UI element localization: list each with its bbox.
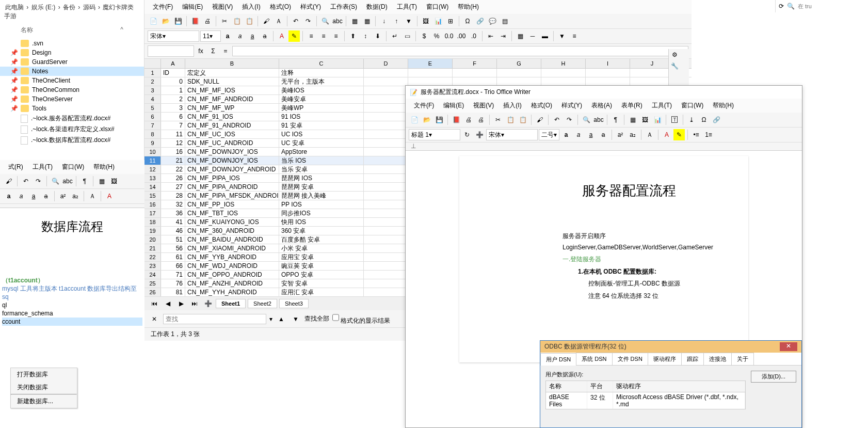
folder-item[interactable]: .svn	[0, 39, 144, 48]
folder-item[interactable]: 📌TheOneServer	[0, 94, 144, 104]
undo-icon[interactable]: ↶	[290, 15, 301, 27]
menu-item[interactable]: 新建数据库...	[11, 395, 77, 408]
autofilter-icon[interactable]: ▼	[556, 30, 568, 42]
formula-bar[interactable]: fx Σ =	[144, 44, 692, 59]
folder-item[interactable]: 📌TheOneClient	[0, 76, 144, 85]
tab[interactable]: 跟踪	[681, 353, 704, 365]
save-icon[interactable]: 💾	[172, 15, 184, 27]
folder-item[interactable]: 📌TheOneCommon	[0, 85, 144, 94]
menu-item[interactable]: 窗口(W)	[58, 162, 88, 172]
subscript-icon[interactable]: a₂	[627, 129, 638, 140]
dec-dec-icon[interactable]: .0	[468, 30, 479, 42]
print-direct-icon[interactable]: 🖨	[463, 114, 474, 125]
percent-icon[interactable]: %	[431, 30, 442, 42]
undo-icon[interactable]: ↶	[20, 176, 31, 187]
align-center-icon[interactable]: ≡	[318, 30, 329, 42]
underline-icon[interactable]: a	[28, 191, 39, 202]
underline-icon[interactable]: a	[585, 129, 597, 140]
sum-icon[interactable]: Σ	[207, 45, 219, 57]
style-combo[interactable]: 标题 1 ▾	[409, 129, 460, 140]
first-tab-icon[interactable]: ⏮	[149, 298, 160, 309]
clear-format-icon[interactable]: Ａ	[644, 129, 655, 140]
new-icon[interactable]: 📄	[148, 15, 159, 27]
font-color-icon[interactable]: A	[661, 129, 672, 140]
bullets-icon[interactable]: •≡	[690, 129, 702, 140]
menu-item[interactable]: 帮助(H)	[89, 162, 119, 172]
menu-item[interactable]: 窗口(W)	[422, 2, 453, 12]
menu-item[interactable]: 表单(R)	[617, 100, 647, 111]
row-icon[interactable]: ▦	[349, 15, 360, 27]
paste-icon[interactable]: 📋	[244, 15, 255, 27]
italic-icon[interactable]: a	[573, 129, 584, 140]
paste-icon[interactable]: 📋	[517, 114, 528, 125]
font-name-combo[interactable]: 宋体 ▾	[486, 129, 538, 140]
menu-item[interactable]: 式(R)	[4, 162, 27, 172]
wrap-icon[interactable]: ↵	[389, 30, 400, 42]
title-bar[interactable]: 📝 服务器配置流程.docx - Trio Office Writer	[406, 86, 802, 99]
tab[interactable]: 驱动程序	[648, 353, 682, 365]
sidebar-panel[interactable]: ⚙ 🔧	[668, 49, 689, 85]
bold-icon[interactable]: a	[560, 129, 572, 140]
font-color-icon[interactable]: A	[104, 191, 115, 202]
font-name-combo[interactable]: 宋体 ▾	[148, 30, 199, 42]
spell-icon[interactable]: abc	[62, 176, 73, 187]
column-headers[interactable]: ABCDEFGHIJ	[144, 59, 692, 69]
underline-icon[interactable]: a	[247, 30, 258, 42]
font-size-combo[interactable]: 二号 ▾	[539, 129, 559, 140]
tab-bar[interactable]: 用户 DSN系统 DSN文件 DSN驱动程序跟踪连接池关于	[540, 353, 801, 366]
find-next-icon[interactable]: ▼	[290, 313, 301, 325]
chart-icon[interactable]: 📊	[652, 114, 663, 125]
menu-item[interactable]: 插入(I)	[499, 100, 525, 111]
title-bar[interactable]: ODBC 数据源管理程序(32 位) ✕	[540, 341, 801, 353]
sheet-tab[interactable]: Sheet1	[216, 299, 246, 308]
toolbar[interactable]: 🖌 ↶ ↷ 🔍 abc ¶ ▦ 🖼	[0, 174, 144, 189]
menu-item[interactable]: 文件(F)	[410, 100, 438, 111]
textbox-icon[interactable]: 🅃	[669, 114, 680, 125]
menu-item[interactable]: 格式(O)	[266, 2, 295, 12]
file-item[interactable]: .~lock.各渠道程序宏定义.xlsx#	[0, 124, 144, 135]
symbol-icon[interactable]: Ω	[698, 114, 710, 125]
sheet-tab[interactable]: Sheet3	[279, 299, 309, 308]
new-style-icon[interactable]: ➕	[474, 129, 485, 140]
nonprint-icon[interactable]: ¶	[79, 176, 90, 187]
brush-icon[interactable]: 🖌	[534, 114, 545, 125]
document-page[interactable]: 服务器配置流程 服务器开启顺序 LoginServer,GameDBServer…	[459, 156, 748, 362]
open-icon[interactable]: 📂	[421, 114, 432, 125]
find-icon[interactable]: 🔍	[319, 15, 331, 27]
nonprint-icon[interactable]: ¶	[610, 114, 621, 125]
comment-icon[interactable]: 💬	[487, 15, 498, 27]
menu-item[interactable]: 插入(I)	[238, 2, 264, 12]
pagebreak-icon[interactable]: ⤓	[686, 114, 697, 125]
italic-icon[interactable]: a	[234, 30, 246, 42]
highlight-icon[interactable]: ✎	[673, 129, 685, 140]
add-sheet-icon[interactable]: ➕	[202, 298, 214, 309]
format-toolbar[interactable]: 宋体 ▾ 11 ▾ a a a a A ✎ ≡ ≡ ≡ ⬆ ↕ ⬇ ↵ ▭ $ …	[144, 29, 692, 44]
find-icon[interactable]: 🔍	[581, 114, 592, 125]
next-tab-icon[interactable]: ▶	[175, 298, 187, 309]
valign-top-icon[interactable]: ⬆	[347, 30, 359, 42]
menu-item[interactable]: 工作表(S)	[326, 2, 361, 12]
copy-icon[interactable]: 📋	[505, 114, 516, 125]
image-icon[interactable]: 🖼	[639, 114, 651, 125]
table-row[interactable]: dBASE Files 32 位 Microsoft Access dBASE …	[546, 392, 745, 409]
file-item[interactable]: .~lock.服务器配置流程.docx#	[0, 113, 144, 124]
menubar[interactable]: 文件(F)编辑(E)视图(V)插入(I)格式(O)样式(Y)工作表(S)数据(D…	[144, 0, 692, 14]
close-icon[interactable]: ✕	[780, 342, 797, 351]
tab[interactable]: 用户 DSN	[540, 353, 576, 366]
standard-toolbar[interactable]: 📄 📂 💾 📕 🖨 🖨 ✂ 📋 📋 🖌 ↶ ↷ 🔍 abc ¶ ▦ 🖼 📊 🅃 …	[406, 113, 802, 128]
menu-item[interactable]: 工具(T)	[393, 2, 421, 12]
menu-item[interactable]: 窗口(W)	[677, 100, 708, 111]
folder-item[interactable]: 📌Notes	[0, 67, 144, 76]
context-menu[interactable]: 打开数据库 关闭数据库 新建数据库...	[10, 368, 77, 408]
equals-icon[interactable]: =	[220, 45, 231, 57]
clear-icon[interactable]: Ａ	[273, 15, 284, 27]
cut-icon[interactable]: ✂	[219, 15, 230, 27]
dsn-list[interactable]: 名称 平台 驱动程序 dBASE Files 32 位 Microsoft Ac…	[545, 381, 746, 409]
close-find-icon[interactable]: ✕	[149, 313, 160, 325]
open-icon[interactable]: 📂	[160, 15, 171, 27]
list-item[interactable]: ccount	[2, 318, 142, 326]
menu-item[interactable]: 关闭数据库	[11, 381, 77, 394]
link-icon[interactable]: 🔗	[474, 15, 486, 27]
menubar[interactable]: 式(R)工具(T)窗口(W)帮助(H)	[0, 160, 144, 174]
menu-item[interactable]: 编辑(E)	[439, 100, 468, 111]
